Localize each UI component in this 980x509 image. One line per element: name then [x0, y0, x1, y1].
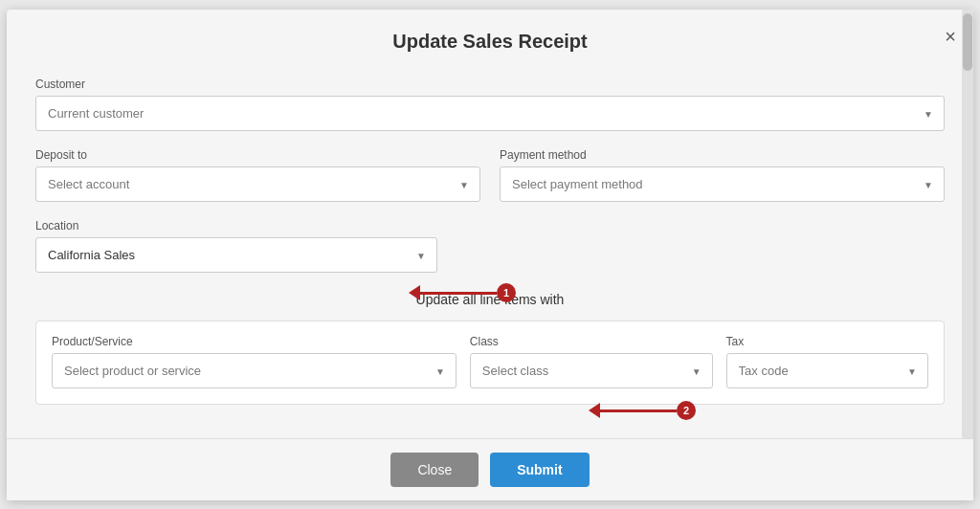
tax-section: Tax Tax code [726, 335, 928, 388]
scrollbar[interactable] [962, 10, 973, 500]
customer-section: Customer Current customer [35, 77, 945, 131]
location-label: Location [35, 219, 945, 232]
deposit-section: Deposit to Select account [35, 148, 480, 202]
line-items-box: Product/Service Select product or servic… [35, 321, 945, 405]
modal-body: Customer Current customer Deposit to Sel… [7, 68, 973, 424]
product-service-section: Product/Service Select product or servic… [52, 335, 457, 388]
class-section: Class Select class [470, 335, 713, 388]
deposit-label: Deposit to [35, 148, 480, 162]
close-button[interactable]: Close [390, 453, 479, 487]
location-section: Location California Sales [35, 219, 945, 273]
line-items-row: Product/Service Select product or servic… [52, 335, 928, 388]
product-select-wrapper: Select product or service [52, 353, 457, 388]
product-select[interactable]: Select product or service [52, 353, 457, 388]
payment-label: Payment method [500, 148, 945, 162]
payment-select[interactable]: Select payment method [500, 166, 945, 202]
payment-select-wrapper: Select payment method [500, 166, 945, 202]
class-label: Class [470, 335, 713, 348]
modal-header: Update Sales Receipt × [7, 10, 973, 68]
deposit-select-wrapper: Select account [35, 166, 480, 202]
payment-section: Payment method Select payment method [500, 148, 945, 202]
modal-footer: Close Submit [7, 438, 973, 500]
tax-select[interactable]: Tax code [726, 353, 928, 388]
location-select[interactable]: California Sales [35, 237, 437, 273]
customer-select-wrapper: Current customer [35, 96, 945, 131]
deposit-select[interactable]: Select account [35, 166, 480, 202]
tax-select-wrapper: Tax code [726, 353, 928, 388]
deposit-payment-row: Deposit to Select account Payment method… [35, 148, 945, 202]
modal-title: Update Sales Receipt [392, 31, 587, 52]
customer-label: Customer [35, 77, 945, 91]
location-select-wrapper: California Sales [35, 237, 437, 273]
customer-select[interactable]: Current customer [35, 96, 945, 131]
close-icon[interactable]: × [945, 27, 956, 46]
modal: Update Sales Receipt × Customer Current … [7, 10, 973, 500]
tax-label: Tax [726, 335, 928, 348]
class-select-wrapper: Select class [470, 353, 713, 388]
class-select[interactable]: Select class [470, 353, 713, 388]
line-items-heading: Update all line items with [35, 292, 945, 307]
product-label: Product/Service [52, 335, 457, 348]
submit-button[interactable]: Submit [490, 453, 589, 487]
